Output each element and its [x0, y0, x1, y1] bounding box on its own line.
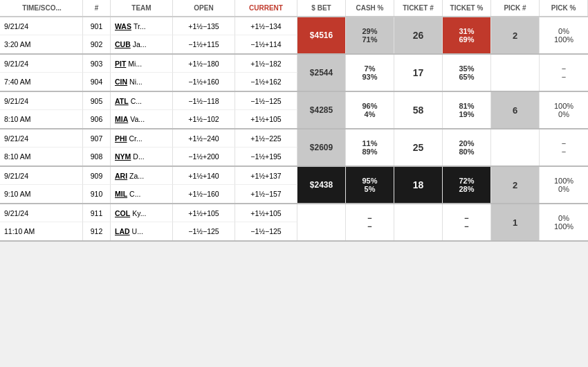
pick-num-cell-g5: 2 — [491, 167, 540, 203]
team-cell-g1-1: WAS Tr... — [111, 17, 173, 35]
team-cell-g4-1: PHI Cr... — [111, 129, 173, 147]
cash-pct-cell-g4: 11%89% — [346, 129, 394, 165]
team-cell-g2-2: CIN Ni... — [111, 73, 173, 91]
time-cell-g6-2: 11:10 AM — [0, 222, 83, 240]
pick-pct-cell-g2: −− — [540, 55, 588, 91]
ticket-num-cell-g3: 58 — [394, 92, 443, 128]
team-cell-g5-1: ARI Za... — [111, 167, 173, 185]
bet-cell-g2: $2544 — [297, 55, 346, 91]
game-group-g1: 9/21/24901WAS Tr...+1½−135+1½−1343:20 AM… — [0, 17, 588, 55]
num-cell-g4-2: 908 — [83, 147, 111, 165]
time-cell-g3-2: 8:10 AM — [0, 110, 83, 128]
cash-pct-cell-g5: 95%5% — [346, 167, 394, 203]
game-group-g5: 9/21/24909ARI Za...+1½+140+1½+1379:10 AM… — [0, 167, 588, 204]
pick-num-cell-g2 — [491, 55, 540, 91]
ticket-pct-cell-g4: 20%80% — [443, 129, 491, 165]
ticket-pct-cell-g5: 72%28% — [443, 167, 491, 203]
pick-num-cell-g4 — [491, 129, 540, 165]
team-cell-g4-2: NYM D... — [111, 147, 173, 165]
current-cell-g2-1: +1½−182 — [235, 55, 297, 73]
team-cell-g6-1: COL Ky... — [111, 204, 173, 222]
ticket-num-cell-g2: 17 — [394, 55, 443, 91]
open-cell-g4-1: +1½−240 — [173, 129, 235, 147]
time-cell-g1-2: 3:20 AM — [0, 35, 83, 53]
ticket-num-cell-g4: 25 — [394, 129, 443, 165]
current-cell-g4-1: +1½−225 — [235, 129, 297, 147]
current-cell-g6-2: −1½−125 — [235, 222, 297, 240]
current-cell-g2-2: −1½+162 — [235, 73, 297, 91]
bet-cell-g3: $4285 — [297, 92, 346, 128]
open-cell-g6-1: +1½+105 — [173, 204, 235, 222]
current-cell-g3-2: +1½+105 — [235, 110, 297, 128]
team-cell-g1-2: CUB Ja... — [111, 35, 173, 53]
num-cell-g6-2: 912 — [83, 222, 111, 240]
pick-num-cell-g6: 1 — [491, 204, 540, 240]
game-group-g6: 9/21/24911COL Ky...+1½+105+1½+10511:10 A… — [0, 204, 588, 242]
time-cell-g4-1: 9/21/24 — [0, 129, 83, 147]
ticket-pct-cell-g6: −− — [443, 204, 491, 240]
ticket-pct-cell-g3: 81%19% — [443, 92, 491, 128]
header-ticket-num: TICKET # — [394, 0, 443, 16]
team-cell-g3-2: MIA Va... — [111, 110, 173, 128]
time-cell-g1-1: 9/21/24 — [0, 17, 83, 35]
table-header: TIME/SCO... # TEAM OPEN CURRENT $ BET CA… — [0, 0, 588, 17]
bet-cell-g4: $2609 — [297, 129, 346, 165]
time-cell-g6-1: 9/21/24 — [0, 204, 83, 222]
open-cell-g1-2: −1½+115 — [173, 35, 235, 53]
time-cell-g5-1: 9/21/24 — [0, 167, 83, 185]
header-cash-pct: CASH % — [346, 0, 394, 16]
game-group-g3: 9/21/24905ATL C...−1½−118−1½−1258:10 AM9… — [0, 92, 588, 129]
header-bet: $ BET — [297, 0, 346, 16]
open-cell-g3-1: −1½−118 — [173, 92, 235, 110]
team-cell-g2-1: PIT Mi... — [111, 55, 173, 73]
current-cell-g1-1: +1½−134 — [235, 17, 297, 35]
cash-pct-cell-g2: 7%93% — [346, 55, 394, 91]
num-cell-g3-1: 905 — [83, 92, 111, 110]
team-cell-g6-2: LAD U... — [111, 222, 173, 240]
ticket-pct-cell-g2: 35%65% — [443, 55, 491, 91]
games-container: 9/21/24901WAS Tr...+1½−135+1½−1343:20 AM… — [0, 17, 588, 242]
current-cell-g3-1: −1½−125 — [235, 92, 297, 110]
pick-pct-cell-g6: 0%100% — [540, 204, 588, 240]
current-cell-g5-2: +1½−157 — [235, 185, 297, 203]
time-cell-g2-2: 7:40 AM — [0, 73, 83, 91]
header-current: CURRENT — [235, 0, 297, 16]
num-cell-g5-1: 909 — [83, 167, 111, 185]
pick-num-cell-g3: 6 — [491, 92, 540, 128]
header-pick-num: PICK # — [491, 0, 540, 16]
ticket-pct-cell-g1: 31%69% — [443, 17, 491, 53]
open-cell-g1-1: +1½−135 — [173, 17, 235, 35]
cash-pct-cell-g3: 96%4% — [346, 92, 394, 128]
time-cell-g2-1: 9/21/24 — [0, 55, 83, 73]
current-cell-g1-2: −1½+114 — [235, 35, 297, 53]
num-cell-g1-2: 902 — [83, 35, 111, 53]
ticket-num-cell-g5: 18 — [394, 167, 443, 203]
open-cell-g5-2: +1½−160 — [173, 185, 235, 203]
ticket-num-cell-g1: 26 — [394, 17, 443, 53]
cash-pct-cell-g1: 29%71% — [346, 17, 394, 53]
num-cell-g6-1: 911 — [83, 204, 111, 222]
open-cell-g4-2: −1½+200 — [173, 147, 235, 165]
bet-cell-g6 — [297, 204, 346, 240]
header-num: # — [83, 0, 111, 16]
ticket-num-cell-g6 — [394, 204, 443, 240]
open-cell-g2-2: −1½+160 — [173, 73, 235, 91]
pick-pct-cell-g1: 0%100% — [540, 17, 588, 53]
game-group-g2: 9/21/24903PIT Mi...+1½−180+1½−1827:40 AM… — [0, 55, 588, 92]
num-cell-g4-1: 907 — [83, 129, 111, 147]
header-team: TEAM — [111, 0, 173, 16]
game-group-g4: 9/21/24907PHI Cr...+1½−240+1½−2258:10 AM… — [0, 129, 588, 167]
pick-pct-cell-g4: −− — [540, 129, 588, 165]
header-pick-pct: PICK % — [540, 0, 588, 16]
num-cell-g1-1: 901 — [83, 17, 111, 35]
current-cell-g6-1: +1½+105 — [235, 204, 297, 222]
bet-cell-g1: $4516 — [297, 17, 346, 53]
team-cell-g5-2: MIL C... — [111, 185, 173, 203]
pick-num-cell-g1: 2 — [491, 17, 540, 53]
current-cell-g5-1: +1½+137 — [235, 167, 297, 185]
pick-pct-cell-g5: 100%0% — [540, 167, 588, 203]
pick-pct-cell-g3: 100%0% — [540, 92, 588, 128]
bet-cell-g5: $2438 — [297, 167, 346, 203]
cash-pct-cell-g6: −− — [346, 204, 394, 240]
open-cell-g3-2: +1½−102 — [173, 110, 235, 128]
